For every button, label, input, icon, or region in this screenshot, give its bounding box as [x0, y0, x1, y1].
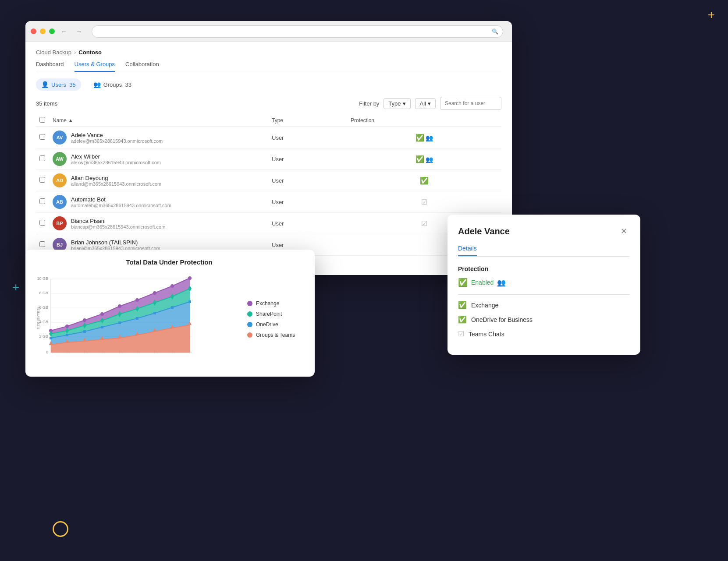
col-header-protection: Protection: [347, 114, 501, 127]
chart-area: 10 GB 8 GB 6 GB 4 GB 2 GB 0 SIZE (BYTES): [34, 270, 304, 368]
subtab-groups-label: Groups 33: [103, 81, 131, 88]
chart-legend: Exchange SharePoint OneDrive Groups & Te…: [247, 270, 304, 368]
svg-text:10 GB: 10 GB: [37, 276, 48, 281]
user-type: User: [268, 213, 347, 234]
browser-back-button[interactable]: ←: [58, 26, 70, 37]
protection-check-icon: ✅: [415, 134, 424, 141]
user-avatar: AB: [53, 195, 67, 209]
app-content: Cloud Backup › Contoso Dashboard Users &…: [25, 42, 512, 275]
protection-check-gray-icon: ☑: [421, 220, 427, 227]
detail-tabs: Details: [458, 244, 630, 257]
legend-label-sharepoint: SharePoint: [256, 311, 282, 317]
table-row: AD Allan Deyoung alland@m365x28615943.on…: [36, 170, 501, 191]
subtab-users-label: Users 35: [51, 81, 76, 88]
user-email: biancap@m365x28615943.onmicrosoft.com: [71, 224, 165, 229]
user-avatar: AW: [53, 152, 67, 166]
svg-text:0: 0: [46, 350, 48, 354]
filter-all-chevron: ▾: [428, 100, 431, 107]
user-avatar: BP: [53, 216, 67, 230]
chart-window: Total Data Under Protection 10 GB 8 GB 6…: [25, 250, 315, 377]
svg-text:6 GB: 6 GB: [39, 305, 48, 310]
detail-tab-details[interactable]: Details: [458, 245, 477, 256]
svg-rect-53: [188, 300, 191, 303]
svg-point-34: [170, 284, 174, 288]
legend-item-sharepoint: SharePoint: [247, 311, 304, 317]
filter-area: Filter by Type ▾ All ▾: [359, 97, 501, 110]
browser-forward-button[interactable]: →: [73, 26, 85, 37]
svg-rect-46: [66, 334, 68, 336]
user-name: Brian Johnson (TAILSPIN): [71, 239, 160, 246]
browser-window: ← → 🔍 Cloud Backup › Contoso Dashboard U…: [25, 21, 512, 275]
user-avatar: AV: [53, 131, 67, 145]
user-email: automateb@m365x28615943.onmicrosoft.com: [71, 203, 171, 208]
onedrive-check-icon: ✅: [458, 315, 467, 324]
traffic-light-green[interactable]: [49, 28, 55, 34]
legend-item-onedrive: OneDrive: [247, 321, 304, 328]
items-count: 35 items: [36, 100, 57, 107]
svg-point-33: [153, 291, 156, 295]
svg-rect-48: [101, 326, 103, 328]
legend-label-groups: Groups & Teams: [256, 332, 295, 338]
service-onedrive-label: OneDrive for Business: [471, 316, 533, 323]
svg-point-29: [83, 318, 86, 322]
subtab-users[interactable]: 👤 Users 35: [36, 78, 81, 91]
tab-users-groups[interactable]: Users & Groups: [75, 61, 115, 72]
traffic-light-yellow[interactable]: [40, 28, 46, 34]
table-row: AW Alex Wilber alexw@m365x28615943.onmic…: [36, 148, 501, 170]
search-input[interactable]: [440, 97, 501, 110]
users-icon: 👤: [41, 81, 49, 88]
select-all-checkbox[interactable]: [39, 117, 45, 123]
row-checkbox-3[interactable]: [39, 198, 45, 204]
svg-rect-49: [118, 321, 121, 324]
row-checkbox-2[interactable]: [39, 177, 45, 183]
teams-check-icon: ☑: [458, 330, 464, 338]
svg-point-31: [118, 304, 121, 308]
detail-close-button[interactable]: ✕: [618, 225, 630, 237]
user-name: Allan Deyoung: [71, 175, 161, 181]
svg-rect-47: [83, 330, 86, 333]
protection-group-icon: 👥: [497, 279, 506, 287]
svg-point-30: [100, 312, 104, 316]
breadcrumb: Cloud Backup › Contoso: [36, 49, 501, 56]
chart-svg: 10 GB 8 GB 6 GB 4 GB 2 GB 0 SIZE (BYTES): [34, 270, 196, 367]
user-type: User: [268, 127, 347, 148]
exchange-check-icon: ✅: [458, 301, 467, 309]
protection-enabled-label: Enabled: [471, 279, 494, 286]
legend-dot-groups: [247, 332, 252, 338]
table-row: AB Automate Bot automateb@m365x28615943.…: [36, 191, 501, 213]
address-search-icon: 🔍: [492, 28, 498, 35]
traffic-light-red[interactable]: [31, 28, 36, 34]
svg-text:SIZE (BYTES): SIZE (BYTES): [36, 307, 40, 330]
browser-titlebar: ← → 🔍: [25, 21, 512, 42]
user-name: Alex Wilber: [71, 153, 161, 160]
user-cell: AD Allan Deyoung alland@m365x28615943.on…: [49, 170, 268, 191]
detail-panel: Adele Vance ✕ Details Protection ✅ Enabl…: [447, 215, 640, 355]
protection-status: ✅ Enabled 👥: [458, 278, 630, 287]
legend-dot-sharepoint: [247, 311, 252, 317]
protection-check-icon: ✅: [415, 155, 424, 163]
protection-group-icon: 👥: [426, 134, 433, 141]
chart-svg-container: 10 GB 8 GB 6 GB 4 GB 2 GB 0 SIZE (BYTES): [34, 270, 240, 368]
row-checkbox-0[interactable]: [39, 134, 45, 140]
protection-check-icon: ✅: [420, 177, 429, 184]
tab-dashboard[interactable]: Dashboard: [36, 61, 64, 72]
tab-collaboration[interactable]: Collaboration: [125, 61, 159, 72]
row-checkbox-5[interactable]: [39, 241, 45, 247]
table-toolbar: 35 items Filter by Type ▾ All ▾: [36, 97, 501, 110]
row-checkbox-1[interactable]: [39, 155, 45, 161]
groups-icon: 👥: [93, 81, 101, 88]
breadcrumb-parent[interactable]: Cloud Backup: [36, 49, 71, 56]
subtab-groups[interactable]: 👥 Groups 33: [88, 78, 137, 91]
user-email: alland@m365x28615943.onmicrosoft.com: [71, 181, 161, 187]
filter-all-button[interactable]: All ▾: [415, 98, 436, 109]
user-name: Bianca Pisani: [71, 218, 165, 224]
user-protection: ✅: [347, 170, 501, 191]
bg-circle-decoration: [53, 521, 68, 537]
filter-all-label: All: [420, 100, 426, 107]
legend-item-exchange: Exchange: [247, 300, 304, 307]
legend-dot-onedrive: [247, 322, 252, 327]
protection-group-icon: 👥: [426, 156, 433, 163]
service-exchange-label: Exchange: [471, 302, 498, 309]
filter-type-button[interactable]: Type ▾: [384, 98, 410, 109]
row-checkbox-4[interactable]: [39, 220, 45, 226]
